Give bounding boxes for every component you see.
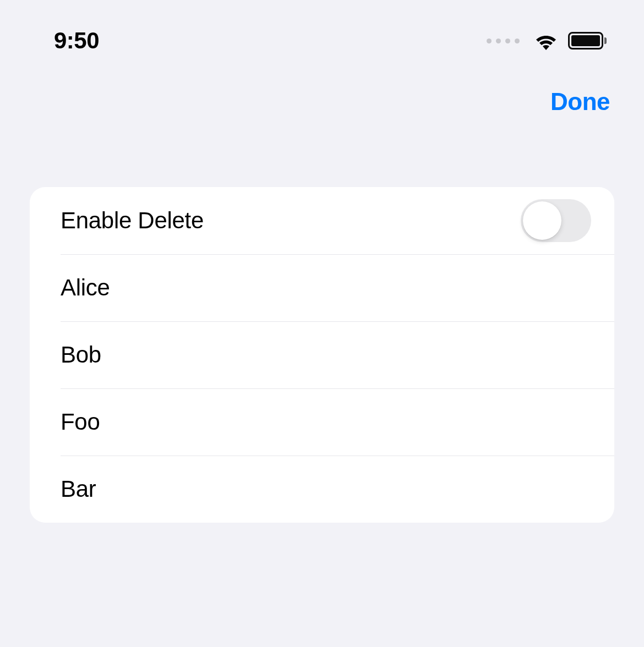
status-bar: 9:50 <box>0 0 644 61</box>
battery-icon <box>568 32 607 50</box>
list-item[interactable]: Alice <box>30 254 614 321</box>
toggle-knob <box>523 201 561 240</box>
enable-delete-label: Enable Delete <box>61 207 204 234</box>
wifi-icon <box>533 31 559 51</box>
list-item-label: Alice <box>61 275 110 301</box>
list-item[interactable]: Foo <box>30 388 614 456</box>
list-item-label: Foo <box>61 409 100 435</box>
list-item[interactable]: Bar <box>30 456 614 523</box>
enable-delete-row: Enable Delete <box>30 187 614 254</box>
enable-delete-toggle[interactable] <box>521 199 591 242</box>
status-time: 9:50 <box>54 28 99 54</box>
list-item-label: Bar <box>61 476 96 502</box>
done-button[interactable]: Done <box>550 88 610 116</box>
status-indicators <box>487 31 607 51</box>
recording-indicator-icon <box>487 39 520 43</box>
settings-list: Enable Delete Alice Bob Foo Bar <box>30 187 614 523</box>
list-item[interactable]: Bob <box>30 321 614 388</box>
list-item-label: Bob <box>61 342 101 368</box>
nav-bar: Done <box>0 61 644 116</box>
